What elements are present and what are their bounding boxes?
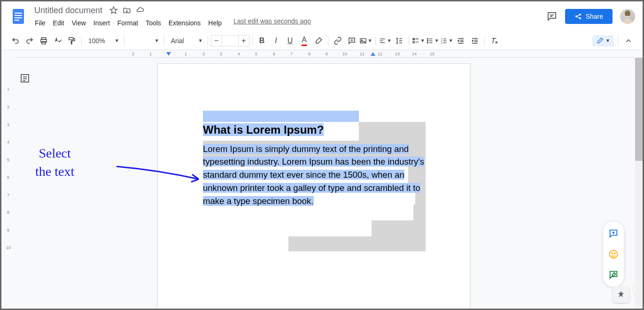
clear-formatting-button[interactable] [488, 34, 501, 47]
menu-file[interactable]: File [31, 17, 49, 29]
separator [618, 36, 618, 45]
cloud-icon[interactable] [135, 6, 145, 15]
redo-button[interactable] [23, 34, 36, 47]
decrease-font-button[interactable]: − [211, 35, 222, 46]
svg-point-20 [427, 38, 428, 39]
underline-button[interactable]: U [284, 34, 297, 47]
document-content[interactable]: What is Lorem Ipsum? Lorem Ipsum is simp… [203, 111, 426, 207]
menu-edit[interactable]: Edit [50, 17, 68, 29]
horizontal-ruler[interactable]: 2 1 1 2 3 4 5 6 7 8 9 10 11 12 13 14 15 [16, 50, 634, 58]
paint-format-button[interactable] [65, 34, 78, 47]
zoom-select[interactable]: 100%▼ [85, 35, 121, 46]
add-emoji-floating[interactable] [605, 246, 622, 263]
bold-button[interactable]: B [256, 34, 269, 47]
chevron-down-icon: ▼ [449, 38, 453, 43]
insert-image-button[interactable]: ▼ [359, 34, 372, 47]
svg-rect-4 [15, 20, 19, 21]
vertical-ruler[interactable]: 1 2 3 4 5 6 7 8 9 10 [1, 58, 16, 309]
document-title[interactable]: Untitled document [31, 5, 105, 16]
move-icon[interactable] [122, 6, 132, 15]
svg-rect-0 [13, 9, 24, 24]
docs-logo[interactable] [9, 7, 28, 26]
svg-rect-11 [69, 38, 73, 40]
paragraph-style-select[interactable]: ▼ [127, 36, 161, 45]
separator [252, 36, 253, 45]
document-heading: What is Lorem Ipsum? [203, 123, 324, 136]
line-spacing-button[interactable] [393, 34, 406, 47]
separator [124, 36, 124, 45]
separator [208, 36, 208, 45]
separator [484, 36, 485, 45]
align-button[interactable]: ▼ [379, 34, 392, 47]
add-comment-button[interactable] [345, 34, 358, 47]
numbered-list-button[interactable]: 123▼ [440, 34, 453, 47]
separator [81, 36, 82, 45]
bulleted-list-button[interactable]: ▼ [426, 34, 439, 47]
font-select[interactable]: Arial▼ [167, 35, 205, 46]
titlebar: Untitled document File Edit View Insert … [1, 1, 643, 31]
chevron-down-icon: ▼ [435, 38, 439, 43]
highlight-button[interactable] [312, 34, 325, 47]
separator [328, 36, 328, 45]
svg-rect-2 [15, 15, 22, 16]
svg-rect-1 [15, 13, 22, 14]
separator [164, 36, 164, 45]
last-edit-link[interactable]: Last edit was seconds ago [233, 17, 311, 29]
svg-point-48 [614, 253, 615, 254]
checklist-button[interactable]: ▼ [412, 34, 425, 47]
chevron-down-icon: ▼ [368, 38, 372, 43]
explore-button[interactable] [613, 286, 629, 303]
font-size-input[interactable] [222, 35, 238, 46]
share-label: Share [586, 13, 603, 20]
chevron-down-icon: ▼ [420, 38, 425, 43]
annotation-arrow [114, 163, 208, 191]
svg-point-22 [427, 42, 428, 43]
increase-font-button[interactable]: + [238, 35, 249, 46]
chevron-down-icon: ▼ [387, 38, 392, 43]
comments-icon[interactable] [546, 11, 558, 22]
menu-view[interactable]: View [69, 17, 89, 29]
editing-mode-button[interactable]: ▼ [592, 35, 614, 46]
star-icon[interactable] [109, 6, 118, 15]
menu-tools[interactable]: Tools [142, 17, 164, 29]
menubar: File Edit View Insert Format Tools Exten… [31, 17, 546, 29]
link-button[interactable] [331, 34, 344, 47]
menu-help[interactable]: Help [205, 17, 225, 29]
spellcheck-button[interactable] [51, 34, 64, 47]
increase-indent-button[interactable] [468, 34, 481, 47]
chevron-down-icon: ▼ [115, 38, 119, 43]
svg-point-46 [610, 250, 618, 258]
canvas: 2 1 1 2 3 4 5 6 7 8 9 10 11 12 13 14 15 [1, 50, 643, 309]
text-color-button[interactable]: A [298, 34, 311, 47]
undo-button[interactable] [9, 34, 22, 47]
annotation-label: Select the text [35, 144, 74, 181]
font-size-control: − + [211, 35, 249, 46]
svg-text:3: 3 [441, 42, 442, 44]
chevron-down-icon: ▼ [155, 38, 159, 43]
chevron-down-icon: ▼ [605, 38, 610, 43]
user-avatar[interactable] [620, 9, 635, 24]
outline-button[interactable] [19, 73, 31, 84]
expand-button[interactable] [622, 34, 635, 47]
menu-insert[interactable]: Insert [90, 17, 113, 29]
floating-actions [603, 221, 624, 287]
menu-format[interactable]: Format [114, 17, 141, 29]
svg-point-47 [612, 253, 613, 254]
separator [409, 36, 409, 45]
add-comment-floating[interactable] [605, 225, 622, 242]
vertical-scrollbar[interactable] [635, 58, 643, 309]
italic-button[interactable]: I [270, 34, 283, 47]
separator [375, 36, 376, 45]
suggest-edit-floating[interactable] [605, 266, 622, 283]
toolbar: 100%▼ ▼ Arial▼ − + B I U A ▼ ▼ ▼ ▼ 123▼ [1, 31, 643, 50]
chevron-down-icon: ▼ [198, 38, 203, 43]
svg-point-21 [427, 40, 428, 41]
scrollbar-thumb[interactable] [635, 58, 643, 161]
decrease-indent-button[interactable] [454, 34, 467, 47]
menu-extensions[interactable]: Extensions [165, 17, 204, 29]
print-button[interactable] [37, 34, 50, 47]
document-body: Lorem Ipsum is simply dummy text of the … [203, 144, 424, 206]
share-button[interactable]: Share [565, 9, 613, 24]
svg-rect-3 [15, 17, 22, 18]
